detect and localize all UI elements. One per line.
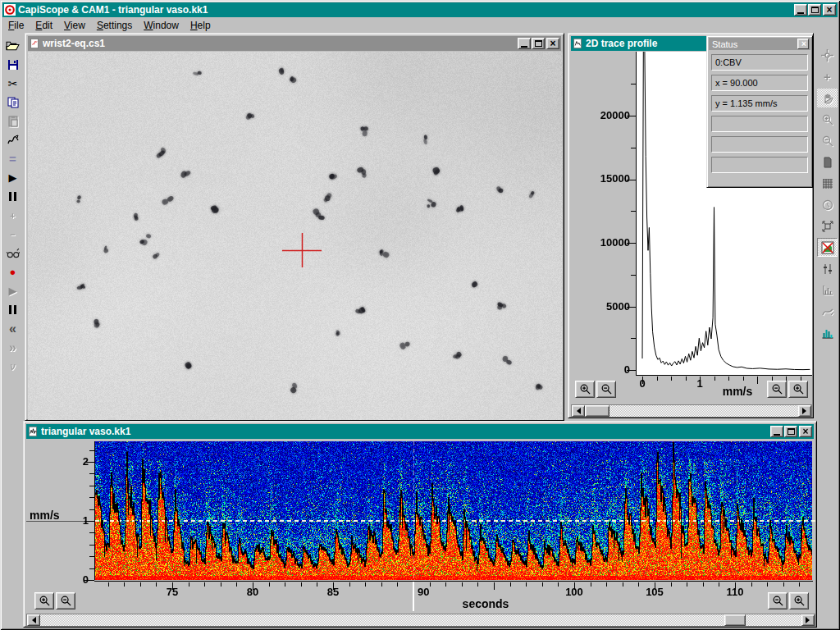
- playback-button[interactable]: ▶: [2, 281, 23, 300]
- close-icon: [550, 39, 555, 48]
- decrease-button[interactable]: −: [2, 225, 23, 244]
- play-button[interactable]: ▶: [2, 168, 23, 187]
- sliders-button[interactable]: [817, 259, 838, 278]
- trace-window-titlebar[interactable]: triangular vaso.kk1: [26, 424, 814, 439]
- record-button[interactable]: ●: [2, 262, 23, 281]
- menu-edit[interactable]: Edit: [30, 18, 58, 33]
- profile-scroll-thumb[interactable]: [585, 405, 609, 417]
- image-window-close-button[interactable]: [546, 38, 559, 49]
- trace-xtick-105: 105: [641, 586, 669, 598]
- trace-window-close-button[interactable]: [799, 426, 812, 437]
- magnifier-minus-icon: [771, 383, 783, 395]
- rewind-button[interactable]: «: [2, 319, 23, 338]
- app-titlebar[interactable]: CapiScope & CAM1 - triangular vaso.kk1: [2, 2, 838, 17]
- save-icon: [7, 58, 20, 71]
- pan-hand-icon: [821, 92, 834, 105]
- trace-ytick-1: 1: [62, 514, 89, 527]
- trace-x-axis-label: seconds: [428, 597, 543, 610]
- maximize-icon: [535, 40, 542, 47]
- bar-chart-icon: [821, 284, 834, 297]
- cut-button[interactable]: ✂: [2, 74, 23, 93]
- pause-2-icon: [9, 305, 16, 314]
- trace-zoom-in-right-button[interactable]: [789, 592, 809, 609]
- trace-zoom-out-right-button[interactable]: [768, 592, 788, 609]
- trace-window-minimize-button[interactable]: [770, 426, 783, 437]
- arrow-left-icon: [29, 617, 36, 623]
- fit-frame-button[interactable]: [817, 217, 838, 235]
- image-window-titlebar[interactable]: wrist2-eq.cs1: [28, 36, 561, 51]
- app-minimize-button[interactable]: [794, 4, 807, 16]
- menu-view[interactable]: View: [58, 18, 91, 33]
- profile-zoom-in-left-button[interactable]: [575, 381, 595, 398]
- track-tool-button[interactable]: [2, 130, 23, 149]
- profile-zoom-out-left-button[interactable]: [596, 381, 616, 398]
- status-close-button[interactable]: [797, 39, 809, 49]
- menu-settings[interactable]: Settings: [91, 18, 138, 33]
- trace-scroll-left-button[interactable]: [27, 614, 40, 626]
- minimize-icon: [774, 434, 780, 436]
- histogram-button[interactable]: [817, 323, 838, 342]
- magnifier-minus-icon: [600, 383, 613, 395]
- nu-icon: ν: [11, 361, 16, 372]
- document-scribble-icon: [30, 38, 40, 49]
- zoom-in-tool-button[interactable]: [817, 110, 838, 129]
- paste-icon: [7, 115, 20, 128]
- profile-zoom-out-right-button[interactable]: [767, 381, 787, 398]
- save-button[interactable]: [2, 55, 23, 74]
- trace-xtick-80: 80: [239, 586, 267, 598]
- profile-zoom-in-right-button[interactable]: [788, 381, 808, 398]
- image-window-maximize-button[interactable]: [532, 38, 545, 49]
- trace-window-title: triangular vaso.kk1: [41, 426, 769, 437]
- plus-icon: +: [10, 211, 15, 221]
- bar-chart-button[interactable]: [817, 281, 838, 299]
- profile-h-scrollbar[interactable]: [571, 404, 812, 418]
- page-tool-button[interactable]: [817, 153, 838, 171]
- play-icon: ▶: [9, 172, 17, 183]
- status-titlebar[interactable]: Status: [709, 38, 810, 50]
- menu-file[interactable]: File: [2, 18, 30, 33]
- menu-window[interactable]: Window: [138, 18, 185, 33]
- trace-zoom-in-left-button[interactable]: [34, 592, 54, 609]
- clock-tool-button[interactable]: [817, 195, 838, 214]
- velocity-button[interactable]: ν: [2, 357, 23, 376]
- trace-scroll-thumb[interactable]: [724, 614, 746, 626]
- close-icon: [800, 40, 808, 48]
- trace-ytick-0: 0: [62, 573, 89, 586]
- paste-button[interactable]: [2, 112, 23, 130]
- equals-button[interactable]: =: [2, 149, 23, 168]
- trace-zoom-out-left-button[interactable]: [56, 592, 75, 609]
- trace-ytick-2: 2: [62, 455, 89, 468]
- pan-hand-button[interactable]: [817, 89, 838, 107]
- grid-tool-button[interactable]: [817, 174, 838, 193]
- fast-forward-button[interactable]: »: [2, 338, 23, 357]
- menubar: File Edit View Settings Window Help: [2, 17, 838, 33]
- minus-icon: −: [10, 230, 15, 240]
- copy-button[interactable]: [2, 93, 23, 112]
- open-folder-button[interactable]: [2, 36, 23, 55]
- capillary-image-canvas[interactable]: [28, 52, 563, 420]
- app-close-button[interactable]: [823, 4, 836, 16]
- profile-scroll-right-button[interactable]: [798, 405, 811, 417]
- playback-pause-button[interactable]: [2, 300, 23, 319]
- position-marker-button[interactable]: [817, 46, 838, 65]
- arrow-right-icon: [806, 617, 813, 623]
- crosshair-icon: +: [824, 70, 831, 84]
- trace-h-scrollbar[interactable]: [26, 614, 815, 627]
- curve-button[interactable]: [817, 302, 838, 321]
- profile-ytick-0: 0: [587, 363, 630, 376]
- rewind-icon: «: [9, 323, 16, 335]
- pause-button[interactable]: [2, 187, 23, 206]
- zoom-out-tool-button[interactable]: [817, 131, 838, 150]
- trace-window-maximize-button[interactable]: [784, 426, 797, 437]
- app-maximize-button[interactable]: [808, 4, 821, 16]
- trace-scroll-right-button[interactable]: [801, 614, 815, 626]
- crosshair-tool-button[interactable]: +: [817, 67, 838, 86]
- increase-button[interactable]: +: [2, 206, 23, 225]
- menu-help[interactable]: Help: [185, 18, 217, 33]
- preview-button[interactable]: [2, 244, 23, 262]
- image-overlay-button[interactable]: [817, 238, 838, 257]
- profile-ytick-10000: 10000: [587, 236, 630, 249]
- profile-scroll-left-button[interactable]: [572, 405, 585, 417]
- clock-icon: [821, 199, 834, 212]
- image-window-minimize-button[interactable]: [518, 38, 531, 49]
